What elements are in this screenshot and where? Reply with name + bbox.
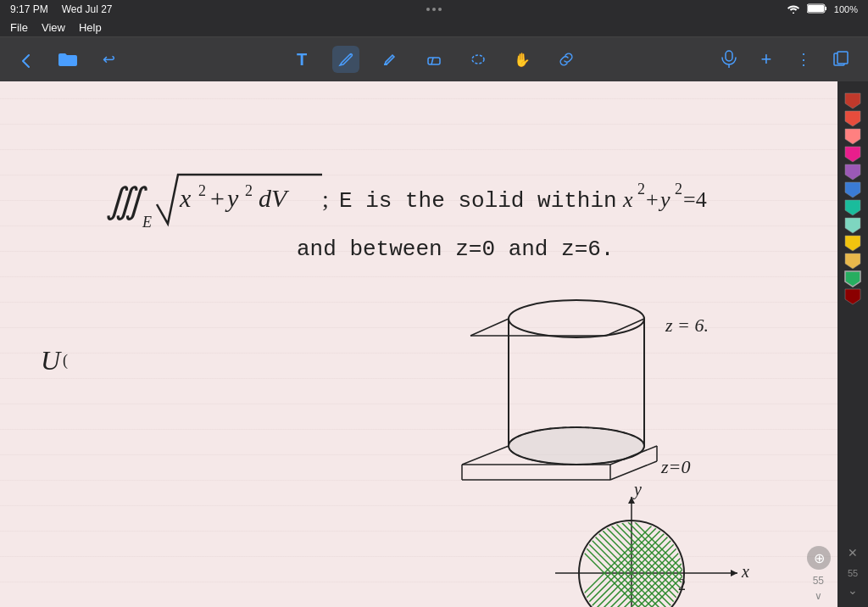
svg-rect-3 — [384, 64, 387, 65]
svg-text:z = 6.: z = 6. — [665, 315, 709, 336]
color-swatch-blue[interactable] — [842, 181, 864, 196]
svg-text:2: 2 — [675, 181, 682, 198]
svg-text:y: y — [225, 184, 239, 212]
svg-text:E  is  the  solid  within: E is the solid within — [339, 188, 617, 214]
status-bar: 9:17 PM Wed Jul 27 100% — [0, 0, 868, 19]
menu-file[interactable]: File — [10, 21, 28, 34]
menu-bar: File View Help — [0, 19, 868, 37]
svg-text:y: y — [658, 187, 670, 212]
svg-text:(: ( — [63, 352, 68, 370]
svg-text:dV: dV — [259, 184, 290, 212]
bottom-bar: 55 ∨ — [806, 575, 831, 600]
svg-rect-10 — [837, 52, 848, 64]
shapes-tool[interactable]: ✋ — [509, 46, 536, 73]
svg-text:x: x — [741, 562, 749, 581]
back-button[interactable] — [14, 46, 41, 73]
eraser-tool[interactable] — [420, 46, 448, 73]
svg-text:U: U — [41, 345, 62, 376]
svg-text:and  between  z=0  and  z=6.: and between z=0 and z=6. — [297, 237, 614, 262]
svg-text:+: + — [646, 187, 659, 212]
svg-text:=4: =4 — [683, 187, 707, 212]
pen-tool[interactable] — [332, 46, 359, 73]
zoom-button[interactable]: ⊕ — [807, 546, 831, 570]
svg-line-5 — [431, 58, 433, 64]
color-swatch-yellow[interactable] — [842, 234, 864, 249]
color-swatch-pink[interactable] — [842, 145, 864, 160]
menu-help[interactable]: Help — [79, 21, 102, 34]
dots-indicator — [426, 8, 442, 11]
folder-button[interactable] — [54, 46, 81, 73]
svg-text:y: y — [632, 480, 642, 499]
color-swatch-green[interactable] — [842, 270, 864, 285]
svg-text:x: x — [622, 187, 633, 212]
text-tool[interactable]: T — [288, 46, 315, 73]
color-swatch-yellow2[interactable] — [842, 252, 864, 267]
pages-button[interactable] — [827, 46, 854, 73]
color-swatch-light-teal[interactable] — [842, 216, 864, 231]
add-button[interactable]: + — [753, 46, 780, 73]
close-sidebar-button[interactable]: ✕ — [848, 546, 858, 560]
canvas-area[interactable]: ∭ E x 2 + y 2 dV ; E is the solid within… — [0, 81, 837, 607]
svg-point-30 — [509, 300, 644, 337]
svg-line-45 — [610, 461, 657, 480]
main-area: ∭ E x 2 + y 2 dV ; E is the solid within… — [0, 81, 868, 607]
svg-line-38 — [462, 446, 509, 465]
svg-text:2: 2 — [637, 181, 645, 198]
page-number: 55 — [813, 575, 824, 587]
time-display: 9:17 PM — [10, 3, 48, 15]
svg-rect-4 — [428, 58, 440, 64]
menu-view[interactable]: View — [42, 21, 65, 34]
chevron-down-icon[interactable]: ⌄ — [848, 583, 858, 597]
toolbar: ↩ T — [0, 37, 868, 81]
svg-rect-2 — [808, 5, 824, 12]
battery-icon — [807, 3, 827, 15]
color-swatch-dark[interactable] — [842, 287, 864, 303]
svg-text:x: x — [179, 184, 192, 212]
svg-text:2: 2 — [198, 182, 206, 199]
mic-button[interactable] — [715, 46, 743, 73]
more-button[interactable]: ⋮ — [790, 46, 817, 73]
color-swatch-red[interactable] — [842, 109, 864, 125]
battery-percent: 100% — [834, 4, 858, 14]
svg-line-35 — [470, 319, 509, 336]
color-swatch-teal[interactable] — [842, 198, 864, 214]
svg-text:E: E — [142, 214, 152, 231]
lasso-tool[interactable] — [465, 46, 492, 73]
scroll-down-icon[interactable]: ∨ — [815, 590, 822, 602]
highlighter-tool[interactable] — [376, 46, 403, 73]
svg-text:z=0: z=0 — [660, 456, 690, 477]
page-number-sidebar: 55 — [848, 568, 858, 578]
svg-text:∭: ∭ — [106, 181, 147, 220]
svg-text:+: + — [210, 184, 225, 212]
color-swatch-light-red[interactable] — [842, 127, 864, 142]
link-tool[interactable] — [553, 46, 580, 73]
svg-marker-50 — [731, 570, 737, 576]
undo-button[interactable]: ↩ — [95, 46, 122, 73]
svg-rect-7 — [726, 51, 732, 61]
date-display: Wed Jul 27 — [62, 3, 113, 15]
svg-rect-1 — [825, 7, 826, 10]
svg-point-6 — [472, 55, 484, 64]
color-swatch-purple[interactable] — [842, 163, 864, 178]
svg-text:2: 2 — [245, 182, 253, 199]
color-swatch-dark-red[interactable] — [842, 92, 864, 107]
svg-text:;: ; — [322, 186, 329, 212]
math-content: ∭ E x 2 + y 2 dV ; E is the solid within… — [0, 81, 837, 607]
wifi-icon — [787, 3, 800, 15]
right-sidebar: ✕ 55 ⌄ — [837, 81, 868, 607]
